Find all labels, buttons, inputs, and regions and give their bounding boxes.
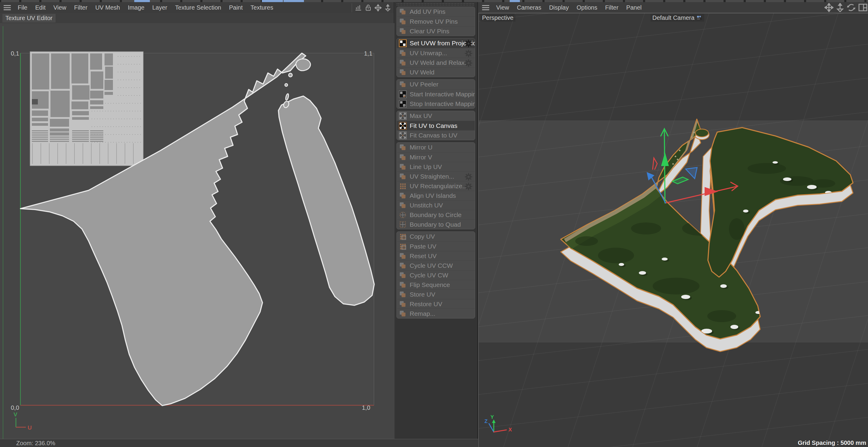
uv-command-cycle-uv-cw: Cycle UV CW <box>397 270 475 280</box>
svg-text:Y: Y <box>491 414 494 420</box>
uv-command-label: Boundary to Circle <box>410 211 462 219</box>
window-tab[interactable] <box>565 0 583 2</box>
options-gear-icon[interactable] <box>464 39 473 49</box>
window-tab[interactable] <box>625 0 643 2</box>
viewport-menu-filter[interactable]: Filter <box>601 3 622 12</box>
copy-icon <box>398 233 407 241</box>
window-tab[interactable] <box>323 0 341 2</box>
mirror-u-icon <box>398 143 407 151</box>
uv-command-set-uvw-from-projection[interactable]: Set UVW from Projection... <box>397 38 475 48</box>
uv-command-label: Restore UV <box>410 300 442 308</box>
window-tab[interactable] <box>82 0 100 2</box>
window-tab[interactable] <box>364 0 381 2</box>
window-tab[interactable] <box>645 0 663 2</box>
window-tab[interactable] <box>766 0 784 2</box>
window-tab[interactable] <box>826 0 844 2</box>
window-tab[interactable] <box>102 0 120 2</box>
window-tab-active[interactable] <box>134 0 150 2</box>
uv-command-label: Fit UV to Canvas <box>410 122 458 129</box>
uv-corner-01: 0,1 <box>11 50 19 57</box>
window-tab[interactable] <box>303 0 321 2</box>
window-tab[interactable] <box>404 0 422 2</box>
window-tab[interactable] <box>786 0 804 2</box>
window-tab[interactable] <box>706 0 723 2</box>
window-tab[interactable] <box>545 0 562 2</box>
uv-command-fit-uv-to-canvas[interactable]: Fit UV to Canvas <box>397 121 475 130</box>
uv-command-start-interactive-mapping: Start Interactive Mapping <box>397 89 475 99</box>
rectangularize-icon <box>398 182 407 190</box>
camera-icon[interactable] <box>696 15 703 21</box>
uv-command-label: Boundary to Quad <box>410 221 461 228</box>
hamburger-menu-icon[interactable] <box>482 5 489 10</box>
uv-command-copy-uv: Copy UV <box>397 232 475 242</box>
uv-command-label: Paste UV <box>410 243 436 250</box>
uv-command-label: Stop Interactive Mapping <box>410 100 475 107</box>
viewport-menu-options[interactable]: Options <box>573 3 601 12</box>
window-tab[interactable] <box>203 0 220 2</box>
uv-corner-10: 1,0 <box>362 404 370 411</box>
window-tab[interactable] <box>585 0 603 2</box>
svg-text:X: X <box>508 427 512 433</box>
window-tab[interactable] <box>222 0 241 2</box>
uv-command-max-uv: Max UV <box>397 111 475 121</box>
window-tab[interactable] <box>484 0 502 2</box>
window-tab[interactable] <box>665 0 683 2</box>
window-tab[interactable] <box>524 0 542 2</box>
uv-command-clear-uv-pins: Clear UV Pins <box>397 26 475 36</box>
uv-command-uv-unwrap: UV Unwrap... <box>397 48 475 58</box>
layout-icon[interactable] <box>858 3 867 12</box>
rotate-icon[interactable] <box>847 3 856 12</box>
window-tab-active[interactable] <box>283 0 304 2</box>
viewport-menu-panel[interactable]: Panel <box>622 3 646 12</box>
dolly-icon[interactable] <box>836 3 844 12</box>
window-tab[interactable] <box>685 0 704 2</box>
peeler-icon <box>398 81 407 88</box>
uv-command-label: Reset UV <box>410 253 437 260</box>
cycle-ccw-icon <box>398 262 407 269</box>
window-tab-active[interactable] <box>262 0 283 2</box>
window-tab[interactable] <box>867 0 868 2</box>
window-tab[interactable] <box>162 0 180 2</box>
weld-relax-icon <box>398 59 407 67</box>
uv-command-group: Max UVFit UV to CanvasFit Canvas to UV <box>397 111 475 140</box>
window-tab[interactable] <box>1 0 19 2</box>
uv-command-group: UV PeelerStart Interactive MappingStop I… <box>397 79 475 109</box>
uv-command-group: Mirror UMirror VLine Up UVUV Straighten.… <box>397 142 475 229</box>
window-tab[interactable] <box>182 0 200 2</box>
window-tab[interactable] <box>605 0 623 2</box>
uv-command-fit-canvas-to-uv: Fit Canvas to UV <box>397 130 475 140</box>
uv-command-uv-peeler: UV Peeler <box>397 79 475 89</box>
palette-drag-handle[interactable] <box>397 3 475 6</box>
uv-command-align-uv-islands: Align UV Islands <box>397 191 475 200</box>
3d-viewport[interactable]: Y Z X Perspective Default Camera Grid Sp… <box>478 13 868 447</box>
window-tab[interactable] <box>464 0 482 2</box>
viewport-menu-cameras[interactable]: Cameras <box>513 3 545 12</box>
window-tab-active[interactable] <box>510 0 520 2</box>
window-tab[interactable] <box>846 0 864 2</box>
move-icon[interactable] <box>825 3 833 12</box>
window-tab[interactable] <box>424 0 442 2</box>
uv-command-label: Remove UV Pins <box>410 18 458 25</box>
window-tab[interactable] <box>444 0 462 2</box>
pin-remove-icon <box>398 18 407 26</box>
window-tab[interactable] <box>383 0 402 2</box>
window-tab[interactable] <box>21 0 39 2</box>
window-tab[interactable] <box>41 0 59 2</box>
window-tab[interactable] <box>243 0 261 2</box>
uv-command-label: Flip Sequence <box>410 281 450 288</box>
uv-command-label: Unstitch UV <box>410 202 443 209</box>
camera-label: Default Camera <box>652 14 694 21</box>
uv-canvas[interactable]: V U <box>0 2 394 447</box>
uv-command-stop-interactive-mapping: Stop Interactive Mapping <box>397 99 475 108</box>
window-tab[interactable] <box>343 0 361 2</box>
window-tab[interactable] <box>746 0 764 2</box>
window-tab[interactable] <box>726 0 744 2</box>
interactive-start-icon <box>398 90 407 98</box>
window-tab[interactable] <box>62 0 80 2</box>
viewport-menu-display[interactable]: Display <box>545 3 573 12</box>
viewport-menu-view[interactable]: View <box>492 3 513 12</box>
uv-command-label: Line Up UV <box>410 163 442 170</box>
window-tab[interactable] <box>806 0 824 2</box>
camera-label-chip[interactable]: Default Camera <box>651 14 704 22</box>
uv-command-label: UV Weld and Relax... <box>410 59 470 66</box>
